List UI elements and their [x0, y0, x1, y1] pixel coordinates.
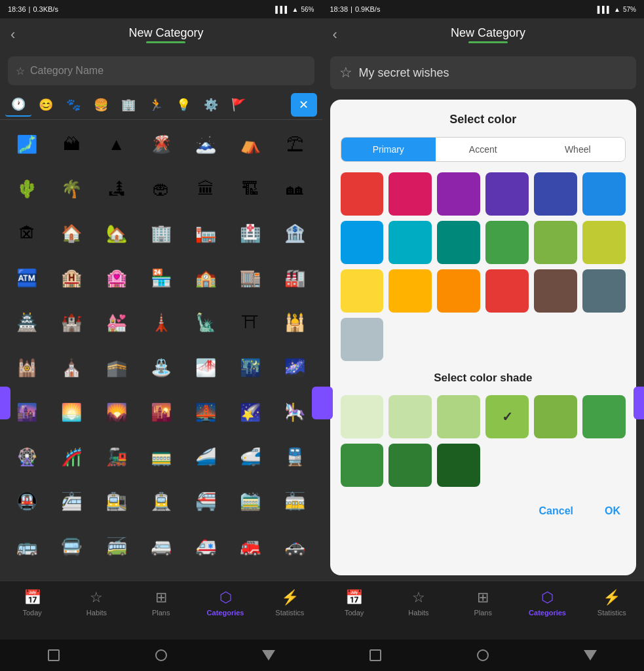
emoji-cell[interactable]: 🚋 [273, 480, 316, 524]
emoji-tab-food[interactable]: 🍔 [88, 93, 114, 117]
emoji-cell[interactable]: 🏯 [5, 301, 48, 345]
right-category-input[interactable]: ☆ My secret wishes [330, 56, 637, 89]
emoji-cell[interactable]: 🏨 [50, 257, 93, 300]
emoji-cell[interactable]: 🚅 [229, 436, 272, 479]
emoji-cell[interactable]: 🚝 [184, 480, 227, 524]
emoji-tab-flags[interactable]: 🚩 [225, 93, 252, 117]
emoji-cell[interactable]: 🚘 [184, 569, 227, 581]
emoji-cell[interactable]: 🚂 [94, 436, 138, 479]
emoji-cell[interactable]: 🏡 [94, 212, 138, 255]
emoji-cell[interactable]: 🌴 [50, 167, 93, 210]
emoji-cell[interactable]: 🏥 [229, 212, 272, 255]
color-swatch-teal[interactable] [437, 221, 480, 264]
emoji-cell[interactable]: ⛩ [229, 301, 272, 345]
tab-accent[interactable]: Accent [436, 138, 531, 161]
emoji-cell[interactable]: 🚒 [229, 525, 272, 568]
emoji-cell[interactable]: 🕌 [273, 301, 316, 345]
shade-swatch-4[interactable] [485, 395, 529, 438]
emoji-cell[interactable]: 🎡 [5, 436, 48, 479]
emoji-cell[interactable]: 🚎 [94, 525, 138, 568]
emoji-cell[interactable]: 🏫 [184, 257, 227, 300]
emoji-cell[interactable]: 🌁 [184, 346, 227, 389]
right-nav-categories[interactable]: ⬡ Categories [515, 586, 579, 617]
emoji-cell[interactable]: 🏬 [229, 257, 272, 300]
left-sys-home[interactable] [152, 646, 170, 664]
color-swatch-pink[interactable] [388, 172, 432, 216]
emoji-cell[interactable]: 🌋 [140, 123, 183, 166]
right-nav-statistics[interactable]: ⚡ Statistics [580, 586, 644, 617]
emoji-cell[interactable]: ⛲ [140, 346, 183, 389]
tab-wheel[interactable]: Wheel [531, 138, 626, 161]
emoji-cell[interactable]: 🏟 [140, 167, 183, 210]
emoji-cell[interactable]: 🚊 [140, 480, 183, 524]
emoji-cell[interactable]: 🏰 [50, 301, 93, 345]
cancel-button[interactable]: Cancel [534, 503, 578, 520]
emoji-cell[interactable]: 🚓 [273, 525, 316, 568]
emoji-cell[interactable]: 🚛 [273, 569, 316, 581]
emoji-cell[interactable]: 🗼 [140, 301, 183, 345]
emoji-cell[interactable]: ▲ [94, 123, 138, 166]
emoji-cell[interactable]: 🚄 [184, 436, 227, 479]
emoji-cell[interactable]: 🗻 [184, 123, 227, 166]
color-swatch-deep-orange[interactable] [485, 269, 529, 313]
left-nav-statistics[interactable]: ⚡ Statistics [257, 586, 322, 617]
emoji-cell[interactable]: 🎢 [50, 436, 93, 479]
color-swatch-amber[interactable] [388, 269, 432, 313]
left-sys-square[interactable] [45, 646, 63, 664]
emoji-cell[interactable]: 🚗 [140, 569, 183, 581]
emoji-cell[interactable]: 🏭 [273, 257, 316, 300]
right-sys-square[interactable] [366, 646, 385, 664]
shade-swatch-5[interactable] [534, 395, 577, 438]
emoji-tab-close[interactable]: ✕ [291, 93, 317, 117]
emoji-cell[interactable]: 🏠 [50, 212, 93, 255]
color-swatch-orange[interactable] [437, 269, 480, 313]
shade-swatch-6[interactable] [582, 395, 626, 438]
emoji-cell[interactable]: 🚕 [50, 569, 93, 581]
emoji-tab-objects[interactable]: 💡 [170, 93, 197, 117]
emoji-cell[interactable]: 🏔 [50, 123, 93, 166]
color-swatch-cyan[interactable] [388, 221, 432, 264]
emoji-tab-activity[interactable]: 🏃 [143, 93, 169, 117]
emoji-tab-recent[interactable]: 🕐 [5, 93, 31, 117]
right-sys-home[interactable] [474, 646, 492, 664]
emoji-cell[interactable]: 🏪 [140, 257, 183, 300]
emoji-cell[interactable]: 🚐 [140, 525, 183, 568]
tab-primary[interactable]: Primary [341, 138, 436, 161]
emoji-cell[interactable]: 🌌 [273, 346, 316, 389]
shade-swatch-9[interactable] [437, 444, 480, 487]
emoji-cell[interactable]: 🚌 [5, 525, 48, 568]
emoji-cell[interactable]: 🗾 [5, 123, 48, 166]
emoji-cell[interactable]: 🚍 [50, 525, 93, 568]
emoji-cell[interactable]: 🌅 [50, 391, 93, 434]
shade-swatch-8[interactable] [388, 444, 432, 487]
emoji-cell[interactable]: 🏢 [140, 212, 183, 255]
shade-swatch-3[interactable] [437, 395, 480, 438]
emoji-cell[interactable]: 🏗 [229, 167, 272, 210]
ok-button[interactable]: OK [599, 503, 626, 520]
emoji-cell[interactable]: 🎠 [273, 391, 316, 434]
shade-swatch-7[interactable] [341, 444, 384, 487]
emoji-cell[interactable]: 🏞 [94, 167, 138, 210]
emoji-cell[interactable]: 🚑 [184, 525, 227, 568]
right-nav-today[interactable]: 📅 Today [322, 586, 387, 617]
color-swatch-blue-grey[interactable] [582, 269, 626, 313]
emoji-cell[interactable]: 🚉 [94, 480, 138, 524]
color-swatch-indigo[interactable] [534, 172, 577, 216]
emoji-cell[interactable]: 🏩 [94, 257, 138, 300]
emoji-cell[interactable]: 🌄 [94, 391, 138, 434]
emoji-cell[interactable]: 🏚 [5, 212, 48, 255]
emoji-cell[interactable]: ⛪ [50, 346, 93, 389]
right-back-button[interactable]: ‹ [333, 26, 337, 43]
emoji-cell[interactable]: ⛱ [273, 123, 316, 166]
right-sys-back[interactable] [581, 646, 599, 664]
color-swatch-yellow[interactable] [341, 269, 384, 313]
emoji-cell[interactable]: 🌠 [229, 391, 272, 434]
shade-swatch-2[interactable] [388, 395, 432, 438]
emoji-tab-animals[interactable]: 🐾 [60, 93, 86, 117]
emoji-cell[interactable]: 🌃 [229, 346, 272, 389]
emoji-cell[interactable]: ⛺ [229, 123, 272, 166]
emoji-cell[interactable]: 🕍 [5, 346, 48, 389]
color-swatch-grey[interactable] [341, 318, 384, 361]
emoji-cell[interactable]: 🚖 [94, 569, 138, 581]
left-nav-categories[interactable]: ⬡ Categories [193, 586, 257, 617]
